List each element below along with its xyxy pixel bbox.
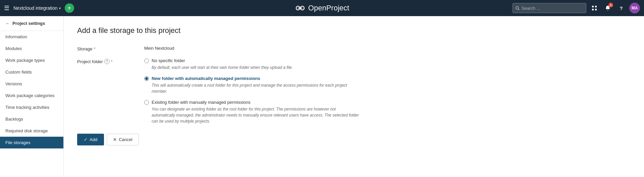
back-arrow-icon: ← xyxy=(5,21,10,26)
svg-rect-6 xyxy=(595,6,597,7)
project-name-text: Nextcloud integration xyxy=(13,5,58,11)
sidebar-item-work-package-categories[interactable]: Work package categories xyxy=(0,90,63,101)
sidebar-section-title: Project settings xyxy=(12,21,45,26)
project-folder-help-icon[interactable]: ? xyxy=(104,59,110,64)
search-box[interactable] xyxy=(513,3,586,13)
search-input[interactable] xyxy=(522,6,583,11)
sidebar-item-file-storages[interactable]: File storages xyxy=(0,137,63,148)
notifications-button[interactable]: 1 xyxy=(602,3,613,13)
storage-label: Storage * xyxy=(77,46,144,51)
cancel-button[interactable]: ✕ Cancel xyxy=(107,134,139,145)
sidebar-item-work-package-types[interactable]: Work package types xyxy=(0,54,63,66)
add-button[interactable]: ✓ Add xyxy=(77,134,104,145)
radio-option-new-folder: New folder with automatically managed pe… xyxy=(144,76,360,94)
project-folder-row: Project folder ? * No specific folder By… xyxy=(77,58,631,124)
project-folder-radio-group: No specific folder By default, each user… xyxy=(144,58,360,124)
grid-icon xyxy=(592,5,597,11)
nav-right-controls: 1 ? MA xyxy=(513,3,640,13)
sidebar-item-modules[interactable]: Modules xyxy=(0,43,63,54)
help-icon: ? xyxy=(620,5,623,11)
sidebar-item-backlogs[interactable]: Backlogs xyxy=(0,113,63,125)
radio-desc-no-folder: By default, each user will start at thei… xyxy=(152,64,360,71)
app-logo: OpenProject xyxy=(295,3,349,13)
radio-input-existing-folder[interactable] xyxy=(144,100,149,105)
cancel-button-label: Cancel xyxy=(119,137,132,142)
svg-rect-8 xyxy=(595,9,597,10)
add-button-label: Add xyxy=(90,137,97,142)
user-avatar[interactable]: MA xyxy=(629,3,640,13)
radio-input-no-folder[interactable] xyxy=(144,58,149,63)
grid-menu-button[interactable] xyxy=(589,3,600,13)
svg-rect-5 xyxy=(592,6,594,7)
project-folder-required: * xyxy=(111,59,113,64)
project-folder-label: Project folder ? * xyxy=(77,58,144,64)
storage-value: Mein Nextcloud xyxy=(144,46,174,51)
main-content: Add a file storage to this project Stora… xyxy=(64,16,644,177)
svg-rect-7 xyxy=(592,9,594,10)
sidebar-nav: Information Modules Work package types C… xyxy=(0,31,63,148)
sidebar-item-versions[interactable]: Versions xyxy=(0,78,63,90)
cancel-x-icon: ✕ xyxy=(113,137,117,142)
radio-input-new-folder[interactable] xyxy=(144,76,149,81)
storage-required: * xyxy=(94,46,96,51)
help-button[interactable]: ? xyxy=(616,3,627,13)
sidebar-item-required-disk-storage[interactable]: Required disk storage xyxy=(0,125,63,137)
radio-label-existing-folder[interactable]: Existing folder with manually managed pe… xyxy=(144,100,360,105)
project-name-link[interactable]: Nextcloud integration ▾ xyxy=(13,5,61,11)
top-nav: ☰ Nextcloud integration ▾ + OpenProject xyxy=(0,0,644,16)
radio-option-no-folder: No specific folder By default, each user… xyxy=(144,58,360,71)
sidebar-back-button[interactable]: ← Project settings xyxy=(0,16,63,31)
app-layout: ← Project settings Information Modules W… xyxy=(0,16,644,177)
sidebar-item-information[interactable]: Information xyxy=(0,31,63,43)
form-actions: ✓ Add ✕ Cancel xyxy=(77,134,631,145)
radio-desc-existing-folder: You can designate an existing folder as … xyxy=(152,106,360,124)
add-project-button[interactable]: + xyxy=(65,3,74,13)
sidebar-item-time-tracking[interactable]: Time tracking activities xyxy=(0,101,63,113)
logo-text: OpenProject xyxy=(308,4,349,12)
add-check-icon: ✓ xyxy=(84,137,88,142)
page-title: Add a file storage to this project xyxy=(77,26,631,35)
project-dropdown-caret: ▾ xyxy=(59,6,61,10)
radio-label-no-folder[interactable]: No specific folder xyxy=(144,58,360,63)
sidebar: ← Project settings Information Modules W… xyxy=(0,16,64,177)
sidebar-item-custom-fields[interactable]: Custom fields xyxy=(0,66,63,78)
storage-row: Storage * Mein Nextcloud xyxy=(77,46,631,51)
hamburger-icon[interactable]: ☰ xyxy=(4,4,9,12)
notification-badge: 1 xyxy=(608,3,613,7)
search-icon xyxy=(516,6,520,10)
radio-option-existing-folder: Existing folder with manually managed pe… xyxy=(144,100,360,124)
svg-line-4 xyxy=(518,9,519,10)
radio-label-new-folder[interactable]: New folder with automatically managed pe… xyxy=(144,76,360,81)
radio-desc-new-folder: This will automatically create a root fo… xyxy=(152,82,360,94)
